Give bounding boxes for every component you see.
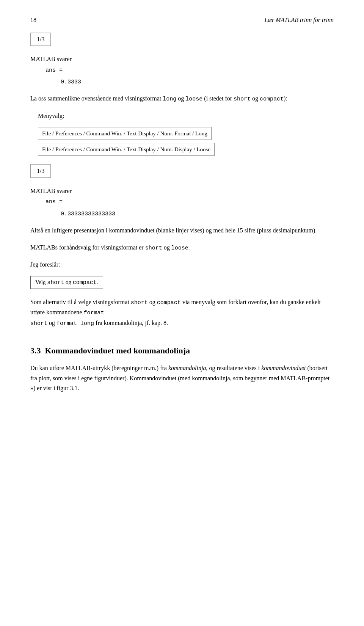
para1-code-short: short (234, 96, 251, 102)
para1-close: ): (284, 95, 287, 102)
para1-text: La oss sammenlikne ovenstående med visni… (30, 94, 334, 104)
recommend-box: Velg short og compact. (30, 276, 103, 289)
section-number: 3.3 (30, 346, 41, 355)
para1-code-compact: compact (260, 96, 284, 102)
para1-normal: La oss sammenlikne ovenstående med visni… (30, 95, 163, 102)
page-header: 18 Lær MATLAB trinn for trinn (30, 15, 334, 25)
para5-italic-kommandovinduet: kommandovinduet (261, 365, 306, 371)
page-number: 18 (30, 15, 36, 25)
para3-text: MATLABs forhåndsvalg for visningsformat … (30, 243, 334, 253)
para5-text: Du kan utføre MATLAB-uttrykk (beregninge… (30, 363, 334, 393)
matlab-svarer-label-2: MATLAB svarer (30, 186, 334, 196)
para4-og: og (148, 299, 157, 305)
para4-normal-1: Som alternativ til å velge visningsforma… (30, 299, 131, 305)
para4-code-short2: short (30, 320, 47, 327)
jeg-foreslar-section: Jeg foreslår: Velg short og compact. (30, 260, 334, 290)
para4-end: fra kommandolinja, jf. kap. 8. (94, 320, 168, 326)
para1-code-loose: loose (185, 96, 202, 102)
recommend-code-short: short (47, 279, 64, 286)
para1-section: La oss sammenlikne ovenstående med visni… (30, 94, 334, 104)
matlab-svarer-2: MATLAB svarer ans = 0.33333333333333 (30, 186, 334, 219)
para5-section: Du kan utføre MATLAB-uttrykk (beregninge… (30, 363, 334, 393)
fraction-section-2: 1/3 (30, 164, 334, 179)
menu-box-1: File / Preferences / Command Win. / Text… (38, 127, 212, 140)
recommend-code-compact: compact (73, 279, 97, 286)
ans-equals-2: ans = (46, 198, 334, 207)
para1-istedet: (i stedet for (202, 95, 234, 102)
ans-value-2: 0.33333333333333 (61, 211, 115, 217)
para4-section: Som alternativ til å velge visningsforma… (30, 297, 334, 329)
fraction-value-1: 1/3 (37, 36, 44, 42)
para3-normal-1: MATLABs forhåndsvalg for visningsformat … (30, 244, 145, 251)
para4-code-compact: compact (157, 300, 181, 306)
para1-code-long: long (163, 96, 176, 102)
para2-section: Altså en luftigere presentasjon i komman… (30, 226, 334, 235)
fraction-box-1: 1/3 (30, 33, 51, 46)
section-title: Kommandovinduet med kommandolinja (45, 346, 190, 355)
para2-text: Altså en luftigere presentasjon i komman… (30, 226, 334, 235)
para5-end1: , og resultatene vises i (206, 365, 261, 371)
para4-og2: og (47, 320, 56, 326)
section-3-3-heading: 3.3 Kommandovinduet med kommandolinja (30, 344, 334, 357)
para3-code-loose: loose (171, 245, 188, 251)
para5-normal-1: Du kan utføre MATLAB-uttrykk (beregninge… (30, 365, 168, 371)
menyvalg-label: Menyvalg: (38, 111, 334, 121)
para3-section: MATLABs forhåndsvalg for visningsformat … (30, 243, 334, 253)
para3-period: . (188, 244, 190, 251)
matlab-svarer-label-1: MATLAB svarer (30, 54, 334, 64)
matlab-svarer-1: MATLAB svarer ans = 0.3333 (30, 54, 334, 87)
para5-italic-kommandolinja: kommandolinja (168, 365, 206, 371)
menu-box-2: File / Preferences / Command Win. / Text… (38, 143, 215, 156)
menu-text-2: File / Preferences / Command Win. / Text… (42, 146, 210, 152)
para4-text: Som alternativ til å velge visningsforma… (30, 297, 334, 329)
para1-og2: og (251, 95, 260, 102)
ans-value-1: 0.3333 (61, 79, 81, 85)
para4-code-short: short (131, 300, 148, 306)
menu-text-1: File / Preferences / Command Win. / Text… (42, 130, 207, 136)
para3-og: og (162, 244, 171, 251)
page-title: Lær MATLAB trinn for trinn (264, 15, 334, 25)
fraction-section-1: 1/3 (30, 33, 334, 48)
para4-code-formatlong: format long (56, 320, 94, 327)
recommend-text: Velg short og compact. (35, 279, 98, 285)
ans-equals-1: ans = (46, 66, 334, 75)
fraction-box-2: 1/3 (30, 164, 51, 178)
para3-code-short: short (145, 245, 162, 251)
jeg-foreslar-label: Jeg foreslår: (30, 260, 334, 270)
para4-code-format: format (83, 310, 104, 316)
fraction-value-2: 1/3 (37, 168, 44, 174)
para1-og: og (176, 95, 185, 102)
menyvalg-block: Menyvalg: File / Preferences / Command W… (38, 111, 334, 157)
